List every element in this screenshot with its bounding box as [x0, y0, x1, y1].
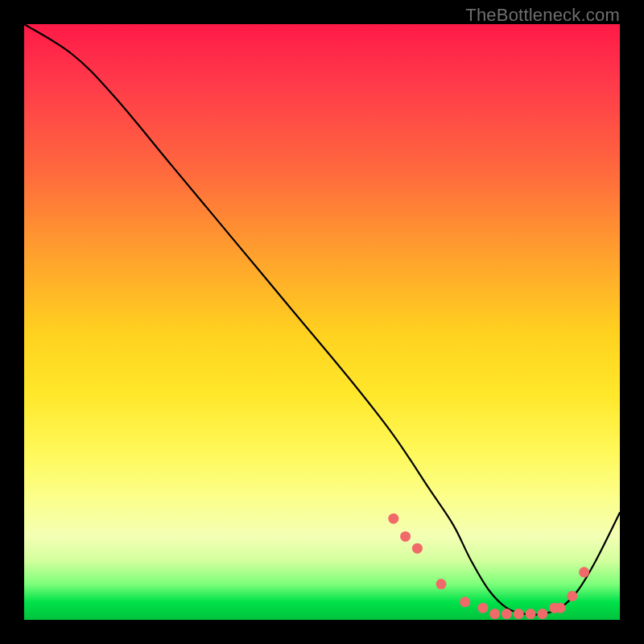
bottleneck-curve-path — [24, 24, 620, 615]
highlighted-point — [537, 609, 547, 619]
watermark-label: TheBottleneck.com — [465, 5, 620, 26]
highlighted-points-group — [388, 514, 589, 619]
highlighted-point — [489, 609, 500, 619]
curve-svg — [24, 24, 620, 620]
highlighted-point — [400, 531, 411, 542]
plot-area — [24, 24, 620, 620]
highlighted-point — [526, 609, 536, 619]
highlighted-point — [514, 609, 524, 619]
chart-frame: TheBottleneck.com — [0, 0, 644, 644]
highlighted-point — [388, 514, 398, 524]
highlighted-point — [412, 543, 423, 554]
highlighted-point — [477, 603, 488, 613]
highlighted-point — [436, 579, 447, 589]
highlighted-point — [460, 597, 470, 607]
highlighted-point — [567, 591, 577, 601]
highlighted-point — [579, 567, 589, 577]
highlighted-point — [555, 603, 566, 613]
highlighted-point — [502, 609, 512, 619]
